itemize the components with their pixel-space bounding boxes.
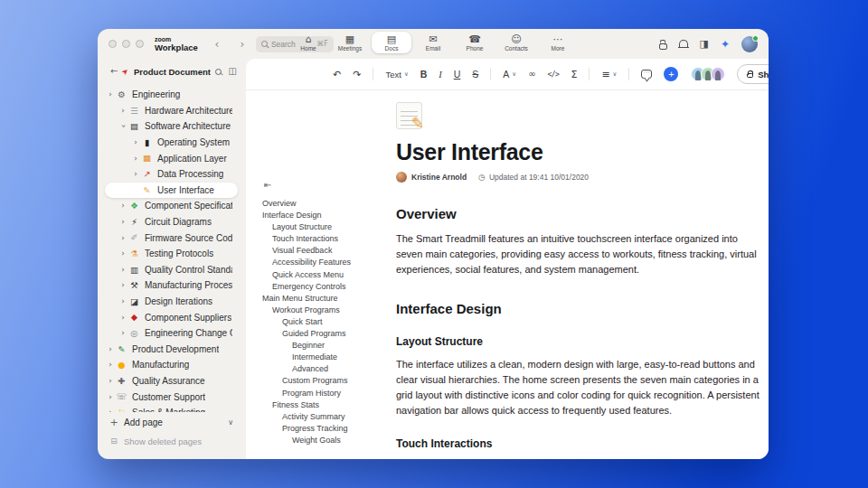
sidebar-item-product-development[interactable]: › ✎ Product Development [105, 342, 238, 358]
expand-chevron-icon[interactable]: › [118, 202, 128, 210]
toc-item[interactable]: Intermediate [262, 352, 394, 363]
expand-chevron-icon[interactable]: › [105, 377, 116, 385]
show-deleted-pages-button[interactable]: ⊟ Show deleted pages [105, 433, 246, 450]
sidebar-item-component-specifications[interactable]: › ❖ Component Specifications [105, 198, 238, 214]
minimize-window-button[interactable] [122, 40, 130, 48]
tab-more[interactable]: ⋯ More [538, 32, 578, 53]
workspace-title[interactable]: Product Documenta... [134, 67, 211, 77]
user-avatar[interactable] [741, 36, 758, 52]
sidebar-item-data-processing[interactable]: › ↗ Data Processing [105, 166, 238, 183]
underline-button[interactable]: U [454, 69, 461, 80]
toc-item[interactable]: Overview [262, 198, 394, 210]
sidebar-item-operating-system[interactable]: › ▮ Operating System [105, 135, 238, 151]
expand-chevron-icon[interactable]: › [105, 393, 116, 401]
code-block-icon[interactable]: </> [547, 70, 559, 79]
toc-item[interactable]: Accessibility Features [262, 257, 394, 268]
expand-chevron-icon[interactable]: › [118, 234, 128, 242]
section-heading[interactable]: Touch Interactions [396, 437, 761, 450]
expand-chevron-icon[interactable]: › [118, 329, 128, 337]
sidebar-item-design-iterations[interactable]: › ◪ Design Iterations [105, 294, 238, 310]
sidebar-item-circuit-diagrams[interactable]: › ⚡ Circuit Diagrams [105, 214, 238, 230]
panel-toggle-icon[interactable]: ◨ [700, 39, 709, 49]
sidebar-item-quality-assurance[interactable]: › ✚ Quality Assurance [105, 373, 238, 389]
align-dropdown[interactable]: ≡ ∨ [601, 70, 617, 80]
sidebar-item-manufacturing[interactable]: › ● Manufacturing [105, 357, 238, 373]
tab-email[interactable]: ✉ Email [413, 32, 453, 53]
notifications-bell-icon[interactable] [679, 40, 688, 48]
toc-item[interactable]: Fitness Stats [262, 399, 394, 411]
toc-item[interactable]: Touch Interactions [262, 233, 394, 245]
sidebar-item-firmware-source-code[interactable]: › ✐ Firmware Source Code [105, 230, 238, 246]
toc-item[interactable]: Progress Tracking [262, 423, 394, 435]
comment-icon[interactable] [641, 70, 652, 79]
back-button[interactable]: ‹ [211, 39, 223, 50]
add-page-button[interactable]: + Add page ∨ [105, 414, 246, 431]
expand-chevron-icon[interactable]: › [105, 345, 116, 353]
expand-chevron-icon[interactable]: › [118, 249, 128, 258]
sidebar-item-engineering-change-orders[interactable]: › ◎ Engineering Change Orders [105, 325, 238, 342]
toc-item[interactable]: Emergency Controls [262, 281, 394, 293]
tab-docs[interactable]: ▤ Docs [372, 32, 411, 53]
strikethrough-button[interactable]: S [472, 69, 478, 80]
expand-chevron-icon[interactable]: › [130, 138, 141, 146]
toc-collapse-icon[interactable]: ⇤ [264, 181, 394, 190]
toc-item[interactable]: Advanced [262, 363, 394, 375]
collaborator-avatar[interactable] [711, 67, 725, 81]
toc-item[interactable]: Custom Programs [262, 375, 394, 387]
sidebar-item-manufacturing-process[interactable]: › ⚒ Manufacturing Process [105, 277, 238, 294]
paragraph[interactable]: The Smart Treadmill features an intuitiv… [396, 231, 761, 277]
sidebar-item-hardware-architecture[interactable]: › ☰ Hardware Architecture [105, 103, 238, 119]
maximize-window-button[interactable] [136, 40, 144, 48]
toc-item[interactable]: Main Menu Structure [262, 293, 394, 305]
toc-item[interactable]: Visual Feedback [262, 245, 394, 257]
sidebar-item-engineering[interactable]: › ⚙ Engineering [105, 87, 238, 103]
toc-item[interactable]: Interface Design [262, 210, 394, 221]
expand-chevron-icon[interactable]: › [118, 297, 128, 305]
section-heading[interactable]: Interface Design [396, 301, 761, 316]
sidebar-item-application-layer[interactable]: › ▦ Application Layer [105, 150, 238, 166]
section-heading[interactable]: Layout Structure [396, 335, 761, 348]
section-heading[interactable]: Overview [396, 206, 761, 221]
text-color-dropdown[interactable]: A ∨ [503, 69, 516, 80]
expand-chevron-icon[interactable]: › [118, 107, 128, 115]
redo-button[interactable]: ↷ [353, 70, 361, 80]
tab-meetings[interactable]: ▦ Meetings [330, 32, 370, 53]
tab-phone[interactable]: ☎ Phone [455, 32, 495, 53]
expand-chevron-icon[interactable]: › [118, 218, 128, 226]
bold-button[interactable]: B [420, 69, 428, 80]
tab-home[interactable]: ⌂ Home [288, 32, 328, 53]
toc-item[interactable]: Quick Access Menu [262, 269, 394, 281]
toc-item[interactable]: Layout Structure [262, 221, 394, 233]
link-icon[interactable]: ∞ [528, 70, 535, 79]
sidebar-item-quality-control-standards[interactable]: › ▥ Quality Control Standards [105, 262, 238, 278]
undo-button[interactable]: ↶ [333, 70, 341, 80]
forward-button[interactable]: › [236, 39, 249, 50]
toc-item[interactable]: Guided Programs [262, 328, 394, 340]
lock-icon[interactable] [659, 43, 667, 50]
sidebar-panel-icon[interactable]: ◫ [229, 67, 237, 76]
text-style-dropdown[interactable]: Text ∨ [385, 70, 408, 80]
sidebar-item-software-architecture[interactable]: › ▤ Software Architecture [105, 118, 238, 135]
toc-item[interactable]: Beginner [262, 340, 394, 352]
formula-icon[interactable]: Σ [571, 70, 577, 80]
sidebar-back-icon[interactable]: ← [110, 67, 118, 76]
toc-item[interactable]: Program History [262, 388, 394, 399]
sidebar-item-component-suppliers[interactable]: › ◆ Component Suppliers [105, 309, 238, 325]
share-button[interactable]: Share [737, 64, 769, 84]
expand-chevron-icon[interactable]: › [118, 314, 128, 322]
toc-item[interactable]: Activity Summary [262, 411, 394, 423]
traffic-lights[interactable] [108, 40, 144, 48]
expand-chevron-icon[interactable]: › [119, 121, 127, 132]
expand-chevron-icon[interactable]: › [118, 266, 128, 274]
paragraph[interactable]: The interface utilizes a clean, modern d… [396, 357, 761, 418]
chevron-down-icon[interactable]: ∨ [228, 419, 233, 427]
document-content[interactable]: ✎ User Interface Kristine Arnold ◷ Updat… [396, 90, 761, 459]
page-title[interactable]: User Interface [396, 139, 761, 165]
sidebar-item-customer-support[interactable]: › ☏ Customer Support [105, 389, 238, 405]
sidebar-item-testing-protocols[interactable]: › ⚗ Testing Protocols [105, 246, 238, 262]
sidebar-item-sales-marketing[interactable]: › ⚐ Sales & Marketing [105, 405, 238, 412]
sidebar-search-icon[interactable] [215, 69, 222, 75]
sidebar-item-user-interface[interactable]: ✎ User Interface [105, 183, 238, 199]
toc-item[interactable]: Weight Goals [262, 435, 394, 446]
tab-contacts[interactable]: ☺ Contacts [496, 32, 536, 53]
